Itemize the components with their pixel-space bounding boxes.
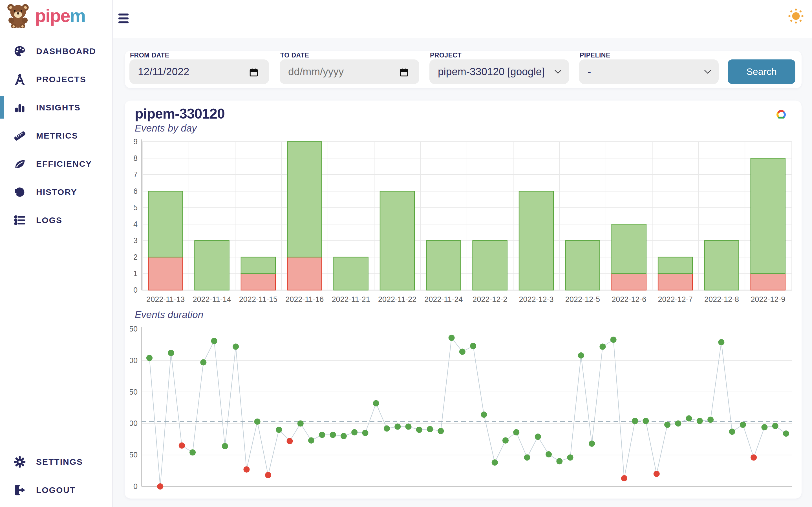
duration-point[interactable] bbox=[341, 433, 347, 439]
duration-point[interactable] bbox=[599, 344, 606, 350]
duration-point[interactable] bbox=[146, 355, 153, 361]
bar-segment-success[interactable] bbox=[380, 191, 414, 290]
pipeline-select[interactable]: - bbox=[579, 59, 719, 84]
duration-point[interactable] bbox=[200, 359, 206, 365]
bar-segment-failed[interactable] bbox=[658, 274, 693, 290]
bar-segment-success[interactable] bbox=[519, 191, 553, 290]
duration-point[interactable] bbox=[761, 424, 767, 431]
duration-point[interactable] bbox=[783, 431, 789, 437]
duration-point[interactable] bbox=[190, 449, 196, 455]
duration-point[interactable] bbox=[589, 441, 595, 447]
app-logo[interactable]: pipem bbox=[5, 2, 85, 29]
duration-point[interactable] bbox=[772, 423, 778, 429]
duration-point[interactable] bbox=[459, 348, 465, 355]
bar-segment-success[interactable] bbox=[751, 158, 785, 274]
sidebar-item-projects[interactable]: PROJECTS bbox=[0, 65, 113, 94]
theme-toggle-sun-icon[interactable] bbox=[788, 8, 804, 24]
duration-point[interactable] bbox=[211, 338, 217, 344]
sidebar-item-settings[interactable]: SETTINGS bbox=[0, 448, 113, 476]
sidebar-item-dashboard[interactable]: DASHBOARD bbox=[0, 37, 113, 65]
project-select[interactable]: pipem-330120 [google] bbox=[429, 59, 569, 84]
duration-point[interactable] bbox=[362, 430, 368, 436]
duration-point[interactable] bbox=[297, 420, 304, 427]
duration-point[interactable] bbox=[729, 429, 735, 435]
duration-point[interactable] bbox=[513, 429, 519, 436]
bar-segment-success[interactable] bbox=[426, 240, 461, 290]
duration-point[interactable] bbox=[481, 411, 487, 418]
duration-point[interactable] bbox=[707, 416, 714, 423]
duration-point[interactable] bbox=[276, 427, 282, 433]
bar-segment-failed[interactable] bbox=[148, 257, 183, 290]
bar-segment-failed[interactable] bbox=[751, 274, 785, 290]
duration-point[interactable] bbox=[610, 337, 617, 343]
duration-point-failed[interactable] bbox=[157, 483, 163, 490]
duration-point[interactable] bbox=[308, 438, 314, 444]
duration-point[interactable] bbox=[351, 429, 357, 436]
duration-point[interactable] bbox=[373, 400, 379, 406]
duration-point[interactable] bbox=[319, 432, 325, 438]
duration-point[interactable] bbox=[686, 415, 692, 421]
duration-point[interactable] bbox=[578, 352, 584, 358]
bar-segment-success[interactable] bbox=[334, 257, 368, 290]
svg-text:0: 0 bbox=[133, 482, 138, 491]
bar-segment-failed[interactable] bbox=[287, 257, 322, 290]
from-date-input[interactable] bbox=[130, 59, 269, 84]
bar-segment-failed[interactable] bbox=[612, 274, 646, 290]
duration-point[interactable] bbox=[254, 418, 260, 425]
hamburger-menu-button[interactable] bbox=[118, 13, 129, 25]
duration-point[interactable] bbox=[416, 427, 422, 433]
duration-point[interactable] bbox=[330, 432, 336, 438]
duration-point-failed[interactable] bbox=[287, 438, 293, 444]
sidebar-item-logout[interactable]: LOGOUT bbox=[0, 476, 113, 504]
duration-point-failed[interactable] bbox=[179, 443, 185, 449]
duration-point[interactable] bbox=[643, 418, 649, 424]
duration-point-failed[interactable] bbox=[654, 471, 660, 477]
duration-point[interactable] bbox=[384, 425, 390, 432]
duration-point-failed[interactable] bbox=[621, 475, 627, 482]
duration-point[interactable] bbox=[567, 454, 573, 460]
bar-segment-success[interactable] bbox=[612, 224, 646, 274]
duration-point[interactable] bbox=[546, 451, 552, 457]
bar-segment-success[interactable] bbox=[473, 240, 507, 290]
bar-segment-success[interactable] bbox=[658, 257, 693, 274]
duration-point[interactable] bbox=[675, 420, 681, 427]
duration-point[interactable] bbox=[524, 454, 530, 460]
duration-point[interactable] bbox=[664, 421, 670, 428]
duration-point[interactable] bbox=[233, 344, 239, 350]
sidebar-item-metrics[interactable]: METRICS bbox=[0, 122, 113, 150]
duration-point[interactable] bbox=[535, 434, 541, 440]
duration-point-failed[interactable] bbox=[265, 472, 271, 478]
bar-segment-success[interactable] bbox=[287, 142, 322, 257]
duration-point[interactable] bbox=[222, 443, 228, 449]
search-button[interactable]: Search bbox=[728, 59, 795, 84]
duration-point[interactable] bbox=[438, 428, 444, 434]
duration-point[interactable] bbox=[427, 426, 433, 432]
duration-point[interactable] bbox=[632, 418, 638, 424]
duration-point[interactable] bbox=[168, 350, 174, 356]
bar-segment-success[interactable] bbox=[565, 240, 600, 290]
duration-point[interactable] bbox=[449, 335, 455, 341]
bar-segment-failed[interactable] bbox=[241, 274, 275, 290]
duration-point[interactable] bbox=[556, 458, 562, 464]
bar-segment-success[interactable] bbox=[195, 240, 229, 290]
bar-segment-success[interactable] bbox=[241, 257, 275, 274]
sidebar-item-efficiency[interactable]: EFFICIENCY bbox=[0, 150, 113, 178]
bar-segment-success[interactable] bbox=[148, 191, 183, 257]
duration-point[interactable] bbox=[697, 418, 703, 424]
duration-point[interactable] bbox=[492, 459, 498, 466]
duration-point[interactable] bbox=[740, 421, 746, 428]
duration-point-failed[interactable] bbox=[243, 466, 250, 473]
sidebar-item-history[interactable]: HISTORY bbox=[0, 178, 113, 206]
duration-point[interactable] bbox=[405, 424, 412, 430]
duration-point[interactable] bbox=[718, 339, 724, 345]
duration-point[interactable] bbox=[470, 343, 476, 349]
sidebar-item-logs[interactable]: LOGS bbox=[0, 206, 113, 234]
duration-point[interactable] bbox=[395, 424, 401, 430]
to-date-input[interactable] bbox=[280, 59, 419, 84]
duration-point-failed[interactable] bbox=[751, 454, 757, 460]
bar-segment-success[interactable] bbox=[704, 240, 739, 290]
duration-point[interactable] bbox=[502, 438, 509, 444]
sidebar-item-insights[interactable]: INSIGHTS bbox=[0, 94, 113, 122]
events-duration-chart[interactable]: 050100150200250 bbox=[130, 321, 795, 499]
events-by-day-chart[interactable]: 01234567892022-11-132022-11-142022-11-15… bbox=[130, 135, 795, 310]
